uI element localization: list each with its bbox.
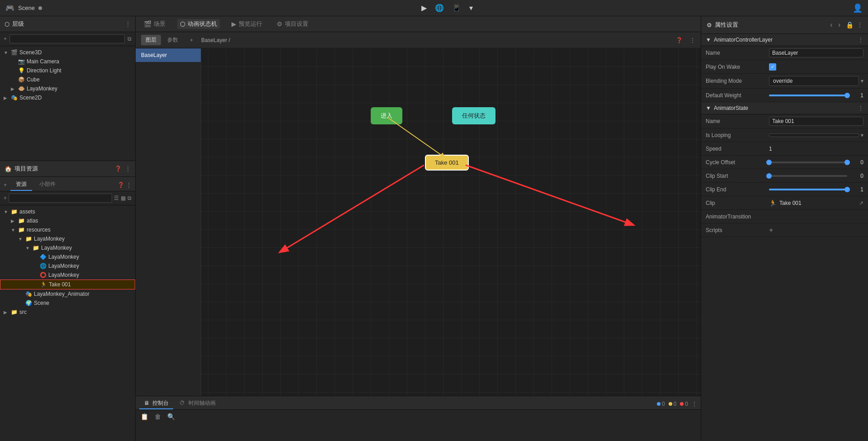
btm-tab-timeline[interactable]: ⏱ 时间轴动画 bbox=[175, 398, 220, 409]
section-more-acl[interactable]: ⋮ bbox=[858, 37, 863, 43]
prop-clip-start: Clip Start 0 bbox=[701, 169, 868, 183]
state-node-any-state[interactable]: 任何状态 bbox=[452, 107, 495, 124]
section-header-as[interactable]: ▼ AnimatorState ⋮ bbox=[701, 102, 868, 114]
globe-button[interactable]: 🌐 bbox=[432, 3, 447, 13]
section-collapse-icon-as: ▼ bbox=[706, 105, 711, 111]
proj-item-atlas[interactable]: ▶ 📁 atlas bbox=[0, 216, 135, 225]
hierarchy-add-btn[interactable]: + bbox=[4, 36, 7, 42]
section-header-acl[interactable]: ▼ AnimatorControllerLayer ⋮ bbox=[701, 34, 868, 46]
proj-item-src[interactable]: ▶ 📁 src bbox=[0, 308, 135, 317]
project-add-btn2[interactable]: + bbox=[4, 195, 7, 201]
prop-value-pow[interactable]: ✓ bbox=[769, 63, 863, 71]
clip-start-slider[interactable] bbox=[769, 175, 847, 177]
play-button[interactable]: ▶ bbox=[419, 3, 429, 13]
prop-value-scripts[interactable]: + bbox=[769, 226, 863, 234]
tree-item-main-camera[interactable]: 📷 Main Camera bbox=[0, 57, 135, 66]
prop-label-bm: Blending Mode bbox=[706, 78, 769, 84]
proj-item-layamonkey-mat[interactable]: 🌐 LayaMonkey bbox=[0, 261, 135, 270]
prop-value-cs[interactable]: 0 bbox=[769, 173, 863, 179]
clip-link-icon[interactable]: ↗ bbox=[859, 200, 863, 206]
anim-tab-layer[interactable]: 图层 bbox=[141, 35, 161, 45]
nav-forward-btn[interactable]: › bbox=[836, 20, 842, 30]
proj-item-take001[interactable]: 🏃 Take 001 bbox=[0, 280, 135, 289]
copy-view-icon[interactable]: ⧉ bbox=[127, 195, 132, 201]
tab-settings[interactable]: ⚙ 项目设置 bbox=[274, 19, 311, 29]
prop-value-ce[interactable]: 1 bbox=[769, 186, 863, 193]
prop-value-speed[interactable]: 1 bbox=[769, 146, 863, 152]
tab-state-machine[interactable]: ⬡ 动画状态机 bbox=[177, 19, 220, 29]
project-help-icon[interactable]: ❓ bbox=[115, 166, 122, 172]
anim-add-btn[interactable]: + bbox=[190, 37, 193, 43]
console-search-btn[interactable]: 🔍 bbox=[166, 412, 176, 422]
properties-more-btn[interactable]: ⋮ bbox=[857, 22, 863, 28]
project-add-btn[interactable]: + bbox=[4, 182, 7, 188]
grid-view-icon[interactable]: ▦ bbox=[121, 195, 126, 201]
prop-value-co[interactable]: 0 bbox=[769, 159, 863, 166]
dropdown-button[interactable]: ▾ bbox=[467, 3, 476, 13]
project-actions[interactable]: ❓ ⋮ bbox=[115, 166, 131, 172]
proj-item-layamonkey-skel[interactable]: ⭕ LayaMonkey bbox=[0, 270, 135, 280]
mobile-button[interactable]: 📱 bbox=[449, 3, 464, 13]
prop-value-name[interactable] bbox=[769, 48, 863, 57]
bottom-more-btn[interactable]: ⋮ bbox=[692, 401, 697, 407]
project-tab-assets[interactable]: 资源 bbox=[10, 179, 32, 191]
proj-item-assets[interactable]: ▼ 📁 assets bbox=[0, 207, 135, 216]
lock-icon[interactable]: 🔒 bbox=[846, 21, 854, 28]
proj-item-layamonkey-mesh[interactable]: 🔷 LayaMonkey bbox=[0, 252, 135, 261]
hierarchy-copy-icon: ⧉ bbox=[127, 36, 132, 42]
proj-item-layamonkey-animator[interactable]: 🎭 LayaMonkey_Animator bbox=[0, 289, 135, 299]
default-weight-slider[interactable] bbox=[769, 95, 847, 96]
tree-item-direction-light[interactable]: 💡 Direction Light bbox=[0, 66, 135, 75]
slider-thumb-co[interactable] bbox=[844, 160, 850, 165]
anim-more-btn[interactable]: ⋮ bbox=[690, 37, 695, 43]
prop-value-dw[interactable]: 1 bbox=[769, 92, 863, 99]
play-on-wake-checkbox[interactable]: ✓ bbox=[769, 63, 776, 71]
tree-item-layamonkey[interactable]: ▶ 🐵 LayaMonkey bbox=[0, 84, 135, 93]
hierarchy-more-btn[interactable]: ⋮ bbox=[125, 21, 131, 27]
prop-value-name-as[interactable] bbox=[769, 117, 863, 126]
console-tool-2[interactable]: 🗑 bbox=[153, 412, 162, 422]
name-input-as[interactable] bbox=[769, 117, 863, 126]
prop-value-il[interactable]: ▾ bbox=[769, 132, 863, 138]
tree-item-scene2d[interactable]: ▶ 🎭 Scene2D bbox=[0, 93, 135, 102]
direction-light-label: Direction Light bbox=[27, 67, 61, 74]
slider-thumb-dw[interactable] bbox=[844, 93, 850, 98]
tab-preview[interactable]: ▶ 预览运行 bbox=[229, 19, 265, 29]
project-search-input[interactable] bbox=[9, 194, 112, 203]
canvas-area[interactable]: BaseLayer 进入 任何状态 Take 001 bbox=[136, 48, 701, 396]
hierarchy-search-input[interactable] bbox=[9, 34, 125, 43]
anim-tab-param[interactable]: 参数 bbox=[163, 35, 183, 45]
prop-value-bm[interactable]: override ▾ bbox=[769, 76, 863, 86]
is-looping-dropdown[interactable] bbox=[769, 133, 859, 137]
project-tab-widgets[interactable]: 小部件 bbox=[34, 179, 61, 191]
name-input-acl[interactable] bbox=[769, 48, 863, 57]
nav-arrows[interactable]: ‹ › bbox=[828, 20, 842, 30]
filter-icon[interactable]: ☰ bbox=[114, 195, 119, 201]
project-more-icon2[interactable]: ⋮ bbox=[126, 182, 132, 188]
tree-item-scene3d[interactable]: ▼ 🎬 Scene3D bbox=[0, 48, 135, 57]
cycle-offset-slider[interactable] bbox=[769, 161, 847, 163]
prop-value-clip[interactable]: 🏃 Take 001 ↗ bbox=[769, 199, 863, 207]
blending-mode-dropdown[interactable]: override bbox=[769, 76, 859, 86]
proj-item-scene[interactable]: 🌍 Scene bbox=[0, 299, 135, 308]
clip-end-slider[interactable] bbox=[769, 189, 847, 190]
slider-thumb-ce[interactable] bbox=[844, 187, 850, 192]
btm-tab-console[interactable]: 🖥 控制台 bbox=[139, 398, 173, 409]
anim-help-btn[interactable]: ❓ bbox=[676, 37, 683, 43]
proj-item-resources[interactable]: ▼ 📁 resources bbox=[0, 225, 135, 234]
scripts-add-btn[interactable]: + bbox=[769, 226, 773, 234]
state-node-take001[interactable]: Take 001 bbox=[425, 155, 469, 171]
proj-item-layamonkey-folder[interactable]: ▼ 📁 LayaMonkey bbox=[0, 234, 135, 243]
hierarchy-actions[interactable]: ⋮ bbox=[125, 21, 131, 27]
tab-scene[interactable]: 🎬 场景 bbox=[141, 19, 168, 29]
section-more-as[interactable]: ⋮ bbox=[858, 105, 863, 111]
console-tool-1[interactable]: 📋 bbox=[139, 412, 150, 422]
titlebar-center[interactable]: ▶ 🌐 📱 ▾ bbox=[419, 3, 476, 13]
proj-item-layamonkey-sub[interactable]: ▼ 📁 LayaMonkey bbox=[0, 243, 135, 252]
nav-back-btn[interactable]: ‹ bbox=[828, 20, 834, 30]
project-more-btn[interactable]: ⋮ bbox=[125, 166, 131, 172]
animator-workspace: 图层 参数 + BaseLayer / ❓ ⋮ BaseLayer bbox=[136, 32, 701, 441]
tree-item-cube[interactable]: 📦 Cube bbox=[0, 75, 135, 84]
state-node-entry[interactable]: 进入 bbox=[371, 107, 402, 124]
layer-item-baselayer[interactable]: BaseLayer bbox=[136, 48, 201, 62]
